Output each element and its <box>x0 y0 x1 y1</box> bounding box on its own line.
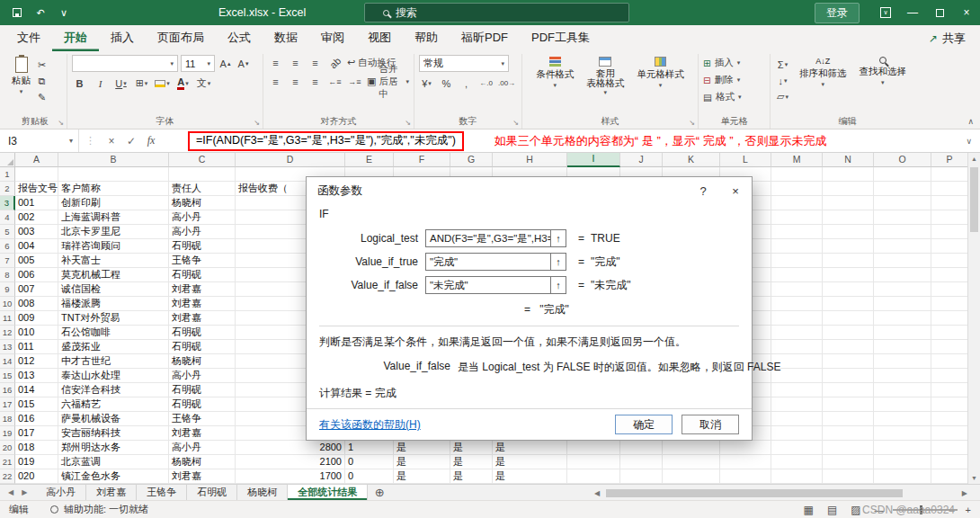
row-header-4[interactable]: 4 <box>0 210 15 225</box>
accessibility-status[interactable]: 辅助功能: 一切就绪 <box>50 503 148 516</box>
cell-M20[interactable] <box>771 441 823 455</box>
cell-O2[interactable] <box>874 182 931 196</box>
cell-A20[interactable]: 018 <box>15 441 58 455</box>
cell-O3[interactable] <box>874 196 931 210</box>
formula-input[interactable]: =IF(AND(F3="是",G3="是",H3="是"),"完成","未完成"… <box>196 133 456 148</box>
accounting-format-icon[interactable]: ¥ ▾ <box>419 76 434 91</box>
row-header-3[interactable]: 3 <box>0 196 15 210</box>
cell-M13[interactable] <box>771 340 823 354</box>
cell-E22[interactable]: 0 <box>345 469 394 484</box>
cell-M2[interactable] <box>771 182 823 196</box>
row-header-20[interactable]: 20 <box>0 441 15 455</box>
signin-button[interactable]: 登录 <box>815 3 860 23</box>
cell-O7[interactable] <box>874 254 931 268</box>
row-header-12[interactable]: 12 <box>0 326 15 340</box>
cell-O15[interactable] <box>874 369 931 383</box>
dialog-titlebar[interactable]: 函数参数 ? × <box>307 177 752 204</box>
cell-A1[interactable] <box>15 167 58 182</box>
sheet-tab-高小丹[interactable]: 高小丹 <box>36 485 86 500</box>
page-layout-view-icon[interactable]: ▤ <box>827 504 837 516</box>
cell-N5[interactable] <box>823 225 874 239</box>
sheet-tab-刘君嘉[interactable]: 刘君嘉 <box>86 485 137 500</box>
align-center-icon[interactable]: ≡ <box>288 74 303 89</box>
font-name-combo[interactable]: ▾ <box>72 55 178 72</box>
sheet-tab-杨晓柯[interactable]: 杨晓柯 <box>237 485 288 500</box>
cell-N1[interactable] <box>823 167 874 182</box>
row-header-15[interactable]: 15 <box>0 369 15 383</box>
undo-icon[interactable]: ↶ <box>34 6 47 19</box>
row-header-1[interactable]: 1 <box>0 167 15 182</box>
cell-C11[interactable]: 刘君嘉 <box>169 311 236 326</box>
find-select-button[interactable]: 查找和选择 ▾ <box>856 55 911 85</box>
cell-B15[interactable]: 泰达山水处理 <box>58 369 169 383</box>
cell-P5[interactable] <box>931 225 968 239</box>
cell-O13[interactable] <box>874 340 931 354</box>
cell-E20[interactable]: 1 <box>345 441 394 455</box>
cell-A13[interactable]: 011 <box>15 340 58 354</box>
merge-center-button[interactable]: ▣ 合并后居中 ▾ <box>367 74 409 89</box>
tab-帮助[interactable]: 帮助 <box>403 25 450 51</box>
cell-B16[interactable]: 信安洋合科技 <box>58 383 169 397</box>
cell-A16[interactable]: 014 <box>15 383 58 397</box>
cell-I20[interactable] <box>567 441 620 455</box>
zoom-in-icon[interactable]: + <box>966 505 971 515</box>
font-color-icon[interactable]: A▾ <box>175 76 191 91</box>
column-header-N[interactable]: N <box>823 153 874 167</box>
row-header-11[interactable]: 11 <box>0 311 15 326</box>
cell-P3[interactable] <box>931 196 968 210</box>
cell-P7[interactable] <box>931 254 968 268</box>
cell-C20[interactable]: 高小丹 <box>169 441 236 455</box>
cell-O4[interactable] <box>874 210 931 225</box>
cell-M6[interactable] <box>771 239 823 254</box>
cell-C21[interactable]: 杨晓柯 <box>169 455 236 469</box>
cell-C18[interactable]: 王铬争 <box>169 412 236 426</box>
row-header-6[interactable]: 6 <box>0 239 15 254</box>
cell-C8[interactable]: 石明砚 <box>169 268 236 282</box>
decrease-decimal-icon[interactable]: .00→ <box>498 76 515 91</box>
tab-审阅[interactable]: 审阅 <box>309 25 356 51</box>
cell-B14[interactable]: 中才古世纪 <box>58 354 169 369</box>
row-header-19[interactable]: 19 <box>0 426 15 441</box>
tab-页面布局[interactable]: 页面布局 <box>146 25 216 51</box>
row-header-16[interactable]: 16 <box>0 383 15 397</box>
align-right-icon[interactable]: ≡ <box>307 74 323 89</box>
cell-O5[interactable] <box>874 225 931 239</box>
cell-M17[interactable] <box>771 397 823 412</box>
new-sheet-icon[interactable]: ⊕ <box>368 485 391 500</box>
cell-D20[interactable]: 2800 <box>236 441 345 455</box>
vertical-scrollbar-thumb[interactable] <box>970 167 978 232</box>
sheet-tab-王铬争[interactable]: 王铬争 <box>137 485 187 500</box>
fill-icon[interactable]: ↓ ▾ <box>775 73 790 88</box>
row-header-17[interactable]: 17 <box>0 397 15 412</box>
cell-K22[interactable] <box>663 469 720 484</box>
cell-O16[interactable] <box>874 383 931 397</box>
comma-style-icon[interactable]: , <box>459 76 474 91</box>
save-icon[interactable] <box>11 6 23 19</box>
collapse-dialog-icon[interactable]: ↑ <box>551 253 566 271</box>
cell-P6[interactable] <box>931 239 968 254</box>
align-top-icon[interactable]: ≡ <box>268 55 283 70</box>
tab-文件[interactable]: 文件 <box>5 25 52 51</box>
font-size-combo[interactable]: 11 ▾ <box>181 55 215 72</box>
cell-P22[interactable] <box>931 469 968 484</box>
increase-font-size-icon[interactable]: A▴ <box>218 56 233 71</box>
cell-B19[interactable]: 安吉丽纳科技 <box>58 426 169 441</box>
cell-B2[interactable]: 客户简称 <box>58 182 169 196</box>
formula-bar-resizer[interactable]: ⋮ <box>85 135 95 147</box>
cancel-button[interactable]: 取消 <box>682 415 739 434</box>
cell-B8[interactable]: 莫克机械工程 <box>58 268 169 282</box>
cell-P14[interactable] <box>931 354 968 369</box>
maximize-icon[interactable] <box>926 0 953 25</box>
align-left-icon[interactable]: ≡ <box>268 74 283 89</box>
cell-C10[interactable]: 刘君嘉 <box>169 297 236 311</box>
cell-P13[interactable] <box>931 340 968 354</box>
cell-C13[interactable]: 石明砚 <box>169 340 236 354</box>
styles-dialog-launcher-icon[interactable]: ↘ <box>689 119 695 127</box>
dialog-help-icon[interactable]: ? <box>687 177 719 204</box>
number-dialog-launcher-icon[interactable]: ↘ <box>512 119 519 127</box>
fill-color-icon[interactable]: ▾ <box>155 76 170 91</box>
cell-A17[interactable]: 015 <box>15 397 58 412</box>
cell-M3[interactable] <box>771 196 823 210</box>
cell-B9[interactable]: 诚信国检 <box>58 282 169 297</box>
row-header-13[interactable]: 13 <box>0 340 15 354</box>
